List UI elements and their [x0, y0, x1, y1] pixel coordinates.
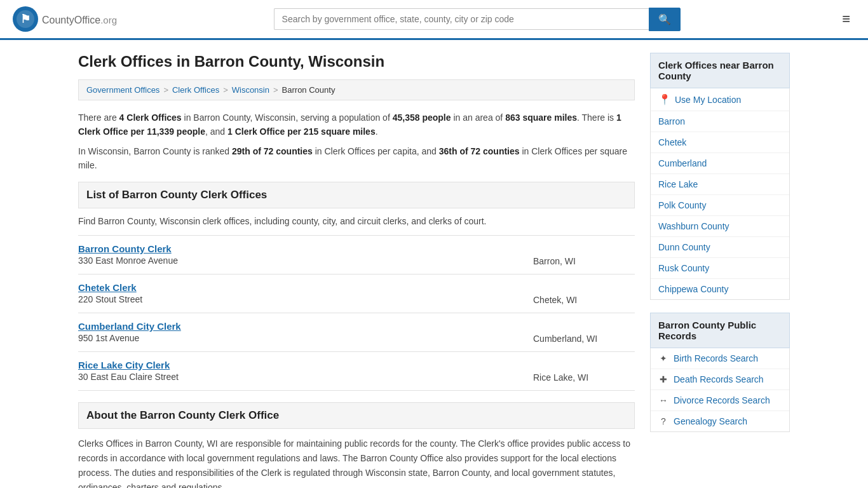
office-name[interactable]: Chetek Clerk [78, 282, 533, 293]
sidebar-records-section: Barron County Public Records ✦ Birth Rec… [650, 313, 790, 432]
sidebar-nearby-link[interactable]: Washburn County [658, 221, 729, 231]
use-location-link[interactable]: Use My Location [675, 95, 741, 105]
sidebar-records-title: Barron County Public Records [650, 313, 790, 348]
clerk-count: 4 Clerk Offices [119, 112, 182, 123]
office-address: 30 East Eau Claire Street [78, 372, 533, 382]
list-section-desc: Find Barron County, Wisconsin clerk offi… [78, 216, 635, 226]
list-item[interactable]: ↔ Divorce Records Search [651, 390, 789, 411]
office-name[interactable]: Barron County Clerk [78, 243, 533, 254]
list-item[interactable]: Chippewa County [651, 279, 789, 299]
search-button[interactable]: 🔍 [649, 8, 681, 31]
sidebar-nearby-list: BarronChetekCumberlandRice LakePolk Coun… [650, 111, 790, 300]
office-details: Cumberland City Clerk 950 1st Avenue [78, 321, 533, 343]
office-details: Chetek Clerk 220 Stout Street [78, 282, 533, 304]
breadcrumb-sep-1: > [163, 85, 168, 95]
sidebar-nearby-link[interactable]: Rusk County [658, 263, 709, 273]
list-item[interactable]: Dunn County [651, 237, 789, 258]
breadcrumb-link-clerk-offices[interactable]: Clerk Offices [172, 85, 219, 95]
office-link[interactable]: Barron County Clerk [78, 243, 172, 254]
office-location: Rice Lake, WI [533, 360, 635, 383]
list-item[interactable]: Chetek [651, 132, 789, 153]
table-row: Rice Lake City Clerk 30 East Eau Claire … [78, 352, 635, 391]
list-section-header: List of Barron County Clerk Offices [78, 182, 635, 208]
sidebar: Clerk Offices near Barron County 📍 Use M… [650, 53, 790, 488]
per-sq: 1 Clerk Office per 215 square miles [227, 126, 376, 137]
office-location: Cumberland, WI [533, 321, 635, 344]
description-block: There are 4 Clerk Offices in Barron Coun… [78, 111, 635, 173]
sidebar-nearby-link[interactable]: Barron [658, 116, 685, 126]
population: 45,358 people [393, 112, 451, 123]
table-row: Cumberland City Clerk 950 1st Avenue Cum… [78, 313, 635, 352]
office-address: 330 East Monroe Avenue [78, 255, 533, 266]
list-item[interactable]: ✚ Death Records Search [651, 369, 789, 390]
record-icon: ✚ [658, 374, 668, 384]
location-pin-icon: 📍 [658, 93, 671, 105]
record-icon: ? [658, 416, 668, 426]
office-details: Barron County Clerk 330 East Monroe Aven… [78, 243, 533, 266]
sidebar-nearby-section: Clerk Offices near Barron County 📍 Use M… [650, 53, 790, 300]
list-item[interactable]: Rice Lake [651, 174, 789, 195]
record-link[interactable]: Divorce Records Search [674, 395, 770, 405]
sidebar-nearby-link[interactable]: Rice Lake [658, 179, 698, 189]
list-item[interactable]: ✦ Birth Records Search [651, 348, 789, 369]
list-item[interactable]: Polk County [651, 195, 789, 216]
logo-icon: ⚑ [13, 6, 38, 32]
breadcrumb-link-gov-offices[interactable]: Government Offices [86, 85, 159, 95]
record-link[interactable]: Genealogy Search [674, 416, 747, 426]
record-icon: ✦ [658, 353, 668, 363]
search-input[interactable] [274, 8, 649, 30]
office-link[interactable]: Rice Lake City Clerk [78, 360, 170, 370]
content-area: Clerk Offices in Barron County, Wisconsi… [78, 53, 635, 488]
office-link[interactable]: Chetek Clerk [78, 282, 137, 293]
search-icon: 🔍 [658, 14, 671, 25]
logo[interactable]: ⚑ CountyOffice.org [13, 6, 117, 32]
office-name[interactable]: Cumberland City Clerk [78, 321, 533, 332]
office-address: 220 Stout Street [78, 294, 533, 304]
office-location: Barron, WI [533, 243, 635, 266]
sidebar-records-list: ✦ Birth Records Search ✚ Death Records S… [650, 348, 790, 432]
list-item[interactable]: Cumberland [651, 153, 789, 174]
search-area: 🔍 [274, 8, 681, 31]
list-item[interactable]: ? Genealogy Search [651, 411, 789, 431]
list-item[interactable]: Rusk County [651, 258, 789, 279]
sidebar-nearby-link[interactable]: Chetek [658, 137, 686, 147]
area: 863 square miles [505, 112, 577, 123]
page-title: Clerk Offices in Barron County, Wisconsi… [78, 53, 635, 71]
sidebar-nearby-link[interactable]: Dunn County [658, 242, 710, 252]
hamburger-icon: ≡ [842, 11, 850, 27]
breadcrumb-sep-3: > [273, 85, 278, 95]
sidebar-nearby-title: Clerk Offices near Barron County [650, 53, 790, 88]
use-location-item[interactable]: 📍 Use My Location [650, 88, 790, 111]
office-name[interactable]: Rice Lake City Clerk [78, 360, 533, 370]
about-header: About the Barron County Clerk Office [78, 402, 635, 429]
table-row: Chetek Clerk 220 Stout Street Chetek, WI [78, 274, 635, 313]
breadcrumb: Government Offices > Clerk Offices > Wis… [78, 79, 635, 100]
breadcrumb-sep-2: > [223, 85, 228, 95]
record-link[interactable]: Death Records Search [674, 374, 764, 384]
sidebar-nearby-link[interactable]: Chippewa County [658, 284, 729, 294]
office-link[interactable]: Cumberland City Clerk [78, 321, 181, 332]
office-details: Rice Lake City Clerk 30 East Eau Claire … [78, 360, 533, 382]
rank-capita: 29th of 72 counties [232, 146, 313, 156]
menu-button[interactable]: ≡ [837, 8, 855, 30]
about-text: Clerks Offices in Barron County, WI are … [78, 437, 635, 488]
record-icon: ↔ [658, 395, 668, 405]
office-location: Chetek, WI [533, 282, 635, 305]
logo-text: CountyOffice.org [42, 12, 117, 27]
breadcrumb-current: Barron County [282, 85, 336, 95]
table-row: Barron County Clerk 330 East Monroe Aven… [78, 236, 635, 274]
list-item[interactable]: Barron [651, 111, 789, 132]
rank-sq: 36th of 72 counties [439, 146, 520, 156]
svg-text:⚑: ⚑ [20, 13, 31, 25]
record-link[interactable]: Birth Records Search [674, 353, 758, 363]
office-address: 950 1st Avenue [78, 333, 533, 343]
about-section: About the Barron County Clerk Office Cle… [78, 402, 635, 488]
breadcrumb-link-wisconsin[interactable]: Wisconsin [232, 85, 269, 95]
sidebar-nearby-link[interactable]: Cumberland [658, 158, 707, 168]
list-item[interactable]: Washburn County [651, 216, 789, 237]
sidebar-nearby-link[interactable]: Polk County [658, 200, 706, 210]
office-list: Barron County Clerk 330 East Monroe Aven… [78, 235, 635, 391]
